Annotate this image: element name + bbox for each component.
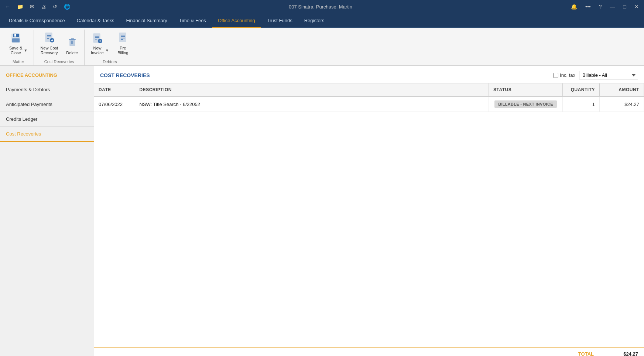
maximize-button[interactable]: □ <box>621 3 628 10</box>
new-invoice-button[interactable]: NewInvoice ▼ <box>88 30 112 57</box>
col-header-status: STATUS <box>489 83 563 96</box>
new-invoice-icon <box>91 32 103 46</box>
ribbon-group-cost-recoveries: New CostRecovery Delete Cost Recoveries <box>34 30 85 65</box>
sidebar-item-credits-ledger[interactable]: Credits Ledger <box>0 112 94 127</box>
footer-total-value: $24.27 <box>609 351 638 356</box>
pre-billing-label: PreBilling <box>117 46 128 55</box>
new-cost-recovery-icon <box>43 31 55 45</box>
inc-tax-text: Inc. tax <box>560 72 575 78</box>
minimize-button[interactable]: — <box>608 3 617 10</box>
delete-button[interactable]: Delete <box>63 34 81 57</box>
help-button[interactable]: ? <box>597 3 604 10</box>
pre-billing-button[interactable]: PreBilling <box>114 30 132 57</box>
title-bar-right: 🔔 ••• ? — □ ✕ <box>569 3 641 10</box>
cell-quantity: 1 <box>563 96 600 112</box>
sidebar-item-cost-recoveries[interactable]: Cost Recoveries <box>0 127 94 142</box>
content-footer: TOTAL $24.27 <box>94 347 644 356</box>
col-header-date: DATE <box>94 83 135 96</box>
col-header-amount: AMOUNT <box>600 83 644 96</box>
ribbon-group-debtors: NewInvoice ▼ PreBilling Debtors <box>85 30 135 65</box>
content-title: COST RECOVERIES <box>100 72 150 78</box>
ribbon: Save &Close ▼ Matter <box>0 28 644 66</box>
content-header-right: Inc. tax Billable - All Billable - Next … <box>553 71 638 79</box>
print-button[interactable]: 🖨 <box>39 3 48 10</box>
back-button[interactable]: ← <box>3 3 13 10</box>
ribbon-group-cost-recoveries-label: Cost Recoveries <box>37 59 81 65</box>
save-close-arrow: ▼ <box>24 48 27 52</box>
tab-details[interactable]: Details & Correspondence <box>3 13 71 28</box>
status-badge: BILLABLE - NEXT INVOICE <box>494 100 557 108</box>
folder-button[interactable]: 📁 <box>15 3 25 10</box>
window-title: 007 Sinatra, Purchase: Martin <box>72 4 569 10</box>
svg-rect-23 <box>119 33 126 42</box>
ribbon-group-debtors-label: Debtors <box>88 59 132 65</box>
table-row[interactable]: 07/06/2022 NSW: Title Search - 6/22052 B… <box>94 96 644 112</box>
new-invoice-label: NewInvoice <box>91 46 104 55</box>
refresh-button[interactable]: ↺ <box>51 3 59 10</box>
sidebar-item-payments-debtors[interactable]: Payments & Debtors <box>0 82 94 97</box>
pre-billing-icon <box>117 31 129 45</box>
cell-date: 07/06/2022 <box>94 96 135 112</box>
tab-officeaccounting[interactable]: Office Accounting <box>212 13 261 28</box>
cost-recoveries-table: DATE DESCRIPTION STATUS QUANTITY AMOUNT … <box>94 83 644 112</box>
delete-icon <box>66 36 78 50</box>
globe-button[interactable]: 🌐 <box>62 3 72 10</box>
footer-total-label: TOTAL <box>578 351 594 356</box>
tab-registers[interactable]: Registers <box>298 13 330 28</box>
main-layout: OFFICE ACCOUNTING Payments & Debtors Ant… <box>0 66 644 356</box>
cell-status: BILLABLE - NEXT INVOICE <box>489 96 563 112</box>
cell-amount: $24.27 <box>600 96 644 112</box>
tab-trustfunds[interactable]: Trust Funds <box>261 13 298 28</box>
sidebar-item-anticipated-payments[interactable]: Anticipated Payments <box>0 97 94 112</box>
ribbon-buttons-debtors: NewInvoice ▼ PreBilling <box>88 30 132 59</box>
notification-button[interactable]: 🔔 <box>569 3 579 10</box>
save-close-label: Save &Close <box>9 46 22 55</box>
nav-tabs: Details & Correspondence Calendar & Task… <box>0 13 644 28</box>
content-header: COST RECOVERIES Inc. tax Billable - All … <box>94 66 644 83</box>
new-cost-recovery-button[interactable]: New CostRecovery <box>37 30 61 57</box>
tab-calendar[interactable]: Calendar & Tasks <box>71 13 120 28</box>
svg-rect-13 <box>71 38 74 40</box>
table-header: DATE DESCRIPTION STATUS QUANTITY AMOUNT <box>94 83 644 96</box>
more-button[interactable]: ••• <box>583 3 593 10</box>
inc-tax-checkbox[interactable] <box>553 73 558 78</box>
table-wrapper: DATE DESCRIPTION STATUS QUANTITY AMOUNT … <box>94 83 644 347</box>
save-close-icon <box>10 32 22 46</box>
delete-label: Delete <box>66 51 78 55</box>
content-area: COST RECOVERIES Inc. tax Billable - All … <box>94 66 644 356</box>
cell-description: NSW: Title Search - 6/22052 <box>135 96 489 112</box>
filter-select[interactable]: Billable - All Billable - Next Invoice A… <box>579 71 638 79</box>
tab-timefees[interactable]: Time & Fees <box>173 13 212 28</box>
new-cost-recovery-label: New CostRecovery <box>40 46 58 55</box>
ribbon-buttons-matter: Save &Close ▼ <box>6 30 31 59</box>
svg-rect-11 <box>70 39 75 46</box>
svg-rect-2 <box>14 34 16 37</box>
title-bar-left: ← 📁 ✉ 🖨 ↺ 🌐 <box>3 3 72 10</box>
inc-tax-label[interactable]: Inc. tax <box>553 72 575 78</box>
save-close-button[interactable]: Save &Close ▼ <box>6 30 31 57</box>
ribbon-group-matter-label: Matter <box>6 59 31 65</box>
table-body: 07/06/2022 NSW: Title Search - 6/22052 B… <box>94 96 644 112</box>
email-button[interactable]: ✉ <box>28 3 37 10</box>
col-header-quantity: QUANTITY <box>563 83 600 96</box>
ribbon-group-matter: Save &Close ▼ Matter <box>3 30 34 65</box>
sidebar-heading: OFFICE ACCOUNTING <box>0 69 94 82</box>
ribbon-buttons-cost-recoveries: New CostRecovery Delete <box>37 30 81 59</box>
col-header-description: DESCRIPTION <box>135 83 489 96</box>
title-bar: ← 📁 ✉ 🖨 ↺ 🌐 007 Sinatra, Purchase: Marti… <box>0 0 644 13</box>
new-invoice-arrow: ▼ <box>105 48 109 52</box>
close-button[interactable]: ✕ <box>632 3 641 10</box>
tab-financial[interactable]: Financial Summary <box>120 13 173 28</box>
svg-rect-3 <box>12 38 20 42</box>
sidebar: OFFICE ACCOUNTING Payments & Debtors Ant… <box>0 66 94 356</box>
